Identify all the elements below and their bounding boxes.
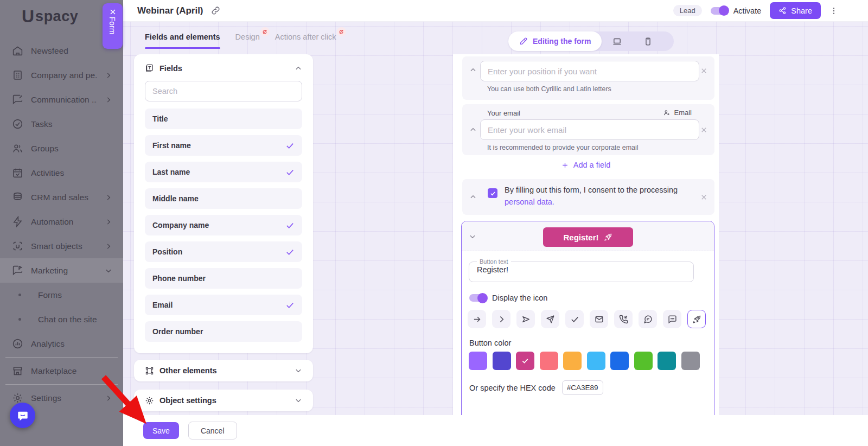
field-item-last-name[interactable]: Last name <box>145 162 302 182</box>
comment-circle-icon[interactable] <box>639 310 657 328</box>
chevron-up-icon[interactable] <box>469 66 477 74</box>
color-swatch[interactable] <box>493 352 511 370</box>
other-elements-section[interactable]: Other elements <box>134 360 313 381</box>
rocket-icon <box>604 233 612 241</box>
sidebar-item-label: Forms <box>38 290 112 300</box>
submit-button-block[interactable]: Register! Button text Display the icon <box>461 221 714 415</box>
sidebar-item-analytics[interactable]: Analytics <box>0 332 123 356</box>
fields-search-input[interactable] <box>145 81 302 101</box>
save-button[interactable]: Save <box>143 422 179 439</box>
rocket-icon[interactable] <box>687 310 706 328</box>
fields-panel-header[interactable]: Fields <box>145 63 302 73</box>
field-item-phone-number[interactable]: Phone number <box>145 268 302 289</box>
consent-checkbox[interactable] <box>488 188 497 198</box>
frame-icon <box>145 366 154 375</box>
sidebar: U spacy Newsfeed Company and pe... Commu… <box>0 0 123 446</box>
comment-dots-icon[interactable] <box>663 310 681 328</box>
hex-code-input[interactable] <box>562 380 603 395</box>
activate-toggle[interactable] <box>711 7 728 15</box>
sidebar-item-label: Smart objects <box>31 241 97 251</box>
sidebar-item-groups[interactable]: Groups <box>0 136 123 161</box>
color-swatch[interactable] <box>563 352 582 370</box>
button-text-input[interactable] <box>474 265 682 277</box>
chevron-up-icon[interactable] <box>469 126 477 133</box>
tab-fields-and-elements[interactable]: Fields and elements <box>145 33 220 49</box>
field-item-title[interactable]: Title <box>145 109 302 129</box>
sidebar-item-activities[interactable]: Activities <box>0 161 123 185</box>
color-swatch[interactable] <box>469 352 487 370</box>
envelope-icon[interactable] <box>590 310 608 328</box>
object-settings-section[interactable]: Object settings <box>134 390 313 411</box>
field-label: Your email <box>487 109 520 117</box>
chevron-down-icon[interactable] <box>295 397 302 404</box>
email-field-block[interactable]: Your email Email It is recommended to pr… <box>462 104 714 155</box>
send-icon[interactable] <box>516 310 535 328</box>
sidebar-item-marketplace[interactable]: Marketplace <box>0 359 123 383</box>
field-item-first-name[interactable]: First name <box>145 135 302 156</box>
chevron-right-icon[interactable] <box>492 310 510 328</box>
sidebar-item-company[interactable]: Company and pe... <box>0 63 123 87</box>
email-input[interactable] <box>480 119 699 140</box>
support-chat-launcher[interactable] <box>10 403 35 428</box>
arrow-right-icon[interactable] <box>468 310 486 328</box>
share-button[interactable]: Share <box>770 2 821 19</box>
field-label: Title <box>152 114 168 123</box>
sidebar-item-communication[interactable]: Communication ... <box>0 87 123 112</box>
cancel-button[interactable]: Cancel <box>188 422 237 439</box>
remove-field-icon[interactable] <box>700 193 708 201</box>
check-icon <box>285 141 295 150</box>
zap-icon <box>12 216 23 227</box>
field-item-middle-name[interactable]: Middle name <box>145 188 302 209</box>
link-icon[interactable] <box>211 6 220 15</box>
paper-plane-icon[interactable] <box>541 310 559 328</box>
field-item-position[interactable]: Position <box>145 241 302 262</box>
form-preview: You can use both Cyrillic and Latin lett… <box>453 54 719 415</box>
mode-desktop-preview[interactable] <box>602 37 633 46</box>
chevron-up-icon[interactable] <box>295 65 302 72</box>
sidebar-item-crm[interactable]: CRM and sales <box>0 185 123 209</box>
color-swatch[interactable] <box>634 352 653 370</box>
personal-data-link[interactable]: personal data. <box>505 197 554 206</box>
color-swatch[interactable] <box>681 352 700 370</box>
sidebar-item-chat-on-site[interactable]: Chat on the site <box>0 307 123 332</box>
form-vertical-tab[interactable]: Form <box>103 3 123 49</box>
sidebar-nav: Newsfeed Company and pe... Communication… <box>0 39 123 410</box>
tab-design[interactable]: Design <box>235 33 260 49</box>
field-item-email[interactable]: Email <box>145 295 302 315</box>
color-swatch-selected[interactable] <box>516 352 534 370</box>
hex-label: Or specify the HEX code <box>469 384 556 392</box>
phone-incoming-icon[interactable] <box>614 310 633 328</box>
mode-editing-form[interactable]: Editing the form <box>508 31 602 51</box>
sidebar-item-automation[interactable]: Automation <box>0 209 123 234</box>
fields-section-title: Fields <box>159 64 289 73</box>
color-swatch[interactable] <box>587 352 605 370</box>
editor-footer: Save Cancel <box>123 415 868 446</box>
add-field-button[interactable]: Add a field <box>453 161 719 169</box>
check-icon[interactable] <box>565 310 584 328</box>
remove-field-icon[interactable] <box>700 126 708 134</box>
color-swatch[interactable] <box>610 352 629 370</box>
field-item-company-name[interactable]: Company name <box>145 215 302 235</box>
button-text-fieldset: Button text <box>469 258 694 282</box>
consent-block[interactable]: By filling out this form, I consent to t… <box>462 179 714 215</box>
color-swatch[interactable] <box>540 352 558 370</box>
chevron-down-icon[interactable] <box>469 233 476 240</box>
tab-actions-after-click[interactable]: Actions after click <box>275 33 336 49</box>
sidebar-item-tasks[interactable]: Tasks <box>0 112 123 136</box>
kebab-menu-icon[interactable] <box>829 6 838 16</box>
mode-mobile-preview[interactable] <box>633 37 663 46</box>
position-field-block[interactable]: You can use both Cyrillic and Latin lett… <box>462 56 714 100</box>
field-item-order-number[interactable]: Order number <box>145 321 302 342</box>
chevron-up-icon[interactable] <box>469 193 477 201</box>
sidebar-item-marketing[interactable]: Marketing <box>0 258 123 283</box>
sidebar-item-smart-objects[interactable]: Smart objects <box>0 234 123 258</box>
display-icon-toggle[interactable] <box>469 294 487 302</box>
sidebar-item-forms[interactable]: Forms <box>0 283 123 307</box>
building-icon <box>12 69 23 81</box>
register-button-preview[interactable]: Register! <box>543 227 633 247</box>
remove-field-icon[interactable] <box>700 67 708 75</box>
position-input[interactable] <box>480 61 699 81</box>
chevron-down-icon[interactable] <box>295 367 302 374</box>
color-swatch[interactable] <box>658 352 676 370</box>
close-icon[interactable] <box>109 8 117 16</box>
